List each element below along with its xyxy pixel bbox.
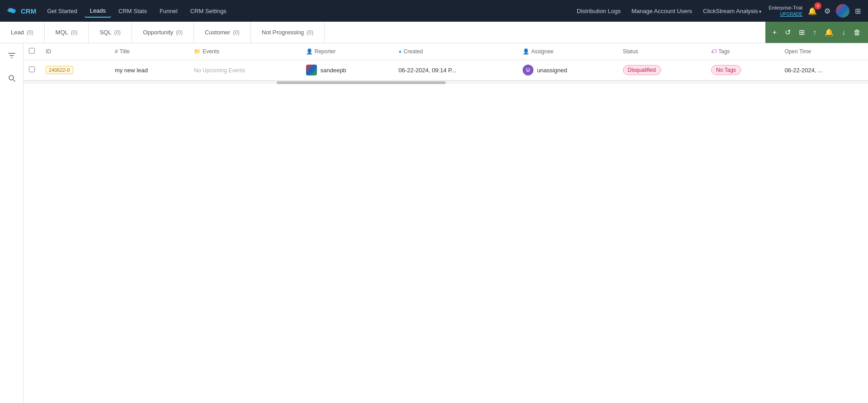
assignee-initial: U: [526, 67, 530, 73]
th-tags-label: Tags: [718, 48, 730, 55]
nav-item-funnel[interactable]: Funnel: [154, 5, 183, 17]
horizontal-scrollbar[interactable]: [24, 80, 868, 84]
row-title: my new lead: [115, 67, 148, 74]
upload-button[interactable]: ↑: [809, 27, 820, 38]
row-tags-cell: No Tags: [706, 60, 779, 80]
tags-badge: No Tags: [711, 65, 741, 75]
stage-opportunity[interactable]: Opportunity (0): [132, 22, 194, 43]
table-row: 240622-0 my new lead No Upcoming Events …: [24, 60, 868, 80]
row-title-cell[interactable]: my new lead: [109, 60, 189, 80]
row-open-time-cell: 06-22-2024, ...: [779, 60, 868, 80]
th-assignee-icon: 👤: [523, 48, 529, 55]
nav-item-crm-stats[interactable]: CRM Stats: [113, 5, 152, 17]
settings-gear-icon[interactable]: ⚙: [822, 5, 832, 17]
stage-customer[interactable]: Customer (0): [194, 22, 251, 43]
th-reporter-label: Reporter: [315, 48, 336, 55]
enterprise-badge: Enterprise-Trial UPGRADE: [769, 5, 802, 17]
nav-manage-users[interactable]: Manage Account Users: [628, 6, 696, 16]
th-title-label: Title: [120, 48, 130, 55]
user-avatar[interactable]: [836, 4, 849, 18]
assignee-name: unassigned: [537, 67, 567, 74]
th-title: # Title: [109, 43, 189, 60]
assignee-avatar: U: [523, 65, 533, 75]
row-created-cell: 06-22-2024, 09:14 P...: [393, 60, 517, 80]
stage-opportunity-label: Opportunity: [143, 29, 173, 36]
row-id-cell: 240622-0: [40, 60, 109, 80]
crm-logo-icon: [5, 6, 18, 15]
nav-item-leads[interactable]: Leads: [85, 5, 111, 18]
th-reporter: 👤 Reporter: [301, 43, 393, 60]
stage-mql-label: MQL: [56, 29, 68, 36]
th-created: ● Created: [393, 43, 517, 60]
stage-opportunity-count: (0): [176, 29, 183, 36]
stage-lead[interactable]: Lead (0): [0, 22, 45, 43]
nav-item-crm-settings[interactable]: CRM Settings: [185, 5, 232, 17]
th-created-icon: ●: [398, 48, 401, 55]
th-tags-icon: 🏷: [711, 48, 717, 55]
stage-sql-label: SQL: [99, 29, 111, 36]
th-events-icon: 📁: [194, 48, 201, 55]
scrollbar-thumb[interactable]: [277, 81, 446, 84]
row-assignee-cell: U unassigned: [517, 60, 618, 80]
table-area: ID # Title 📁 Events: [24, 43, 868, 403]
search-icon[interactable]: [5, 71, 19, 87]
crm-logo-text: CRM: [21, 7, 36, 15]
stage-lead-label: Lead: [11, 29, 24, 36]
th-tags: 🏷 Tags: [706, 43, 779, 60]
row-checkbox-cell: [24, 60, 40, 80]
stage-bar: Lead (0) MQL (0) SQL (0) Opportunity (0)…: [0, 22, 868, 43]
svg-point-0: [9, 75, 14, 80]
upgrade-link[interactable]: UPGRADE: [769, 11, 802, 17]
status-badge: Disqualified: [623, 65, 661, 75]
stage-actions: + ↺ ⊞ ↑ 🔔 ↓ 🗑: [765, 22, 868, 43]
crm-logo[interactable]: CRM: [5, 6, 36, 15]
left-sidebar: [0, 43, 24, 403]
stage-customer-count: (0): [233, 29, 240, 36]
th-events-label: Events: [203, 48, 219, 55]
nav-right: Distribution Logs Manage Account Users C…: [573, 4, 863, 18]
th-open-time-label: Open Time: [785, 48, 811, 55]
row-open-time: 06-22-2024, ...: [785, 67, 823, 74]
grid-icon[interactable]: ⊞: [853, 5, 863, 17]
stage-mql[interactable]: MQL (0): [45, 22, 89, 43]
select-all-checkbox[interactable]: [29, 48, 35, 54]
nav-distribution-logs[interactable]: Distribution Logs: [573, 6, 624, 16]
notification-count: 0: [814, 2, 821, 9]
th-created-label: Created: [404, 48, 423, 55]
row-status-cell: Disqualified: [618, 60, 706, 80]
row-events: No Upcoming Events: [194, 67, 245, 74]
columns-settings-button[interactable]: ⊞: [795, 26, 808, 38]
filter-icon[interactable]: [5, 49, 19, 64]
row-id-badge[interactable]: 240622-0: [46, 66, 73, 74]
th-reporter-icon: 👤: [306, 48, 313, 55]
row-checkbox[interactable]: [29, 66, 35, 72]
stage-sql-count: (0): [114, 29, 121, 36]
add-lead-button[interactable]: +: [769, 27, 780, 38]
row-created: 06-22-2024, 09:14 P...: [398, 67, 456, 74]
reporter-name: sandeepb: [321, 67, 346, 74]
th-id-label: ID: [46, 48, 51, 55]
enterprise-trial-label: Enterprise-Trial: [769, 5, 802, 11]
notification-bell[interactable]: 🔔 0: [806, 5, 819, 17]
top-navigation: CRM Get Started Leads CRM Stats Funnel C…: [0, 0, 868, 22]
main-layout: ID # Title 📁 Events: [0, 43, 868, 403]
nav-item-get-started[interactable]: Get Started: [42, 5, 82, 17]
th-status-label: Status: [623, 48, 638, 55]
row-reporter-cell: sandeepb: [301, 60, 393, 80]
refresh-button[interactable]: ↺: [781, 26, 794, 38]
leads-table: ID # Title 📁 Events: [24, 43, 868, 80]
stage-sql[interactable]: SQL (0): [89, 22, 132, 43]
notification-button[interactable]: 🔔: [821, 26, 837, 38]
th-title-icon: #: [115, 48, 118, 55]
download-button[interactable]: ↓: [838, 27, 849, 38]
th-checkbox: [24, 43, 40, 60]
stage-customer-label: Customer: [205, 29, 230, 36]
nav-clickstream[interactable]: ClickStream Analysis: [699, 6, 765, 16]
th-id: ID: [40, 43, 109, 60]
row-events-cell: No Upcoming Events: [189, 60, 300, 80]
stage-not-progressing[interactable]: Not Progressing (0): [251, 22, 325, 43]
stage-not-progressing-count: (0): [307, 29, 313, 36]
stage-mql-count: (0): [71, 29, 78, 36]
th-assignee-label: Assignee: [531, 48, 553, 55]
delete-button[interactable]: 🗑: [850, 27, 864, 38]
